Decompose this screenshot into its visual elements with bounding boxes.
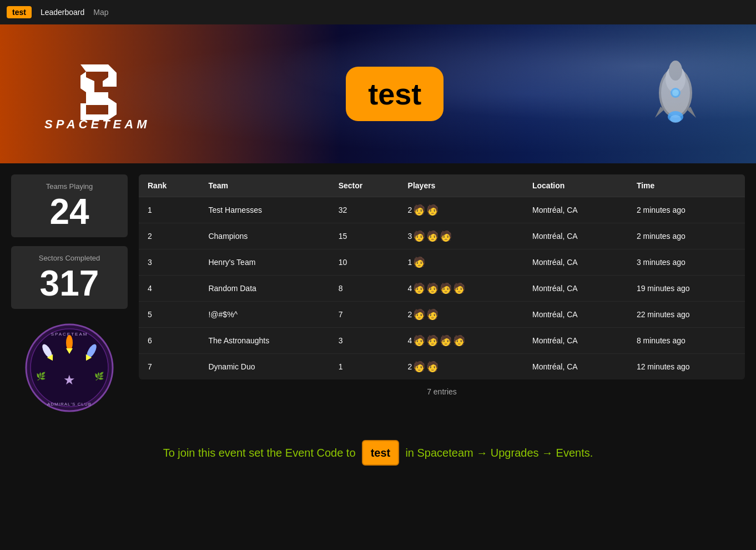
cell-team: !@#$%^ [199, 302, 329, 328]
cell-location: Montréal, CA [523, 302, 628, 328]
sectors-completed-card: Sectors Completed 317 [11, 246, 128, 309]
cell-location: Montréal, CA [523, 223, 628, 249]
cell-players: 2 🧑🧑 [399, 197, 523, 223]
cell-sector: 32 [330, 197, 399, 223]
table-row: 5 !@#$%^ 7 2 🧑🧑 Montréal, CA 22 minutes … [139, 302, 745, 328]
banner: SPACETEAM test [0, 24, 756, 163]
cell-sector: 7 [330, 302, 399, 328]
admiral-badge-svg: SPACETEAM ADMIRAL'S CLUB ★ 🌿 [25, 323, 114, 412]
table-row: 1 Test Harnesses 32 2 🧑🧑 Montréal, CA 2 … [139, 197, 745, 223]
nav-badge[interactable]: test [7, 6, 32, 18]
col-team: Team [199, 174, 329, 197]
sectors-completed-value: 317 [20, 266, 119, 301]
footer: To join this event set the Event Code to… [0, 423, 756, 477]
cell-rank: 7 [139, 354, 199, 380]
footer-text-before: To join this event set the Event Code to [163, 447, 356, 459]
cell-team: Dynamic Duo [199, 354, 329, 380]
cell-location: Montréal, CA [523, 197, 628, 223]
player-icon: 🧑 [413, 230, 425, 242]
cell-sector: 1 [330, 354, 399, 380]
cell-time: 19 minutes ago [628, 276, 745, 302]
nav-map[interactable]: Map [93, 8, 108, 17]
admiral-badge: SPACETEAM ADMIRAL'S CLUB ★ 🌿 [25, 323, 114, 412]
nav-leaderboard[interactable]: Leaderboard [41, 8, 84, 17]
col-players: Players [399, 174, 523, 197]
cell-time: 3 minutes ago [628, 249, 745, 276]
cell-players: 1 🧑 [399, 249, 523, 276]
cell-location: Montréal, CA [523, 276, 628, 302]
svg-text:★: ★ [63, 372, 75, 387]
cell-time: 2 minutes ago [628, 223, 745, 249]
table-header-row: Rank Team Sector Players Location Time [139, 174, 745, 197]
teams-playing-label: Teams Playing [20, 182, 119, 191]
cell-sector: 3 [330, 328, 399, 354]
cell-time: 12 minutes ago [628, 354, 745, 380]
player-icon: 🧑 [426, 308, 439, 321]
player-icon: 🧑 [426, 334, 439, 347]
cell-rank: 6 [139, 328, 199, 354]
table-row: 3 Henry's Team 10 1 🧑 Montréal, CA 3 min… [139, 249, 745, 276]
player-icon: 🧑 [453, 334, 465, 347]
cell-time: 8 minutes ago [628, 328, 745, 354]
cell-rank: 4 [139, 276, 199, 302]
col-location: Location [523, 174, 628, 197]
cell-sector: 8 [330, 276, 399, 302]
sectors-completed-label: Sectors Completed [20, 254, 119, 262]
player-icon: 🧑 [426, 282, 439, 294]
col-sector: Sector [330, 174, 399, 197]
cell-time: 2 minutes ago [628, 197, 745, 223]
svg-text:🌿: 🌿 [94, 372, 104, 381]
player-icon: 🧑 [440, 282, 452, 294]
cell-team: The Astronaughts [199, 328, 329, 354]
svg-text:🌿: 🌿 [36, 372, 46, 381]
cell-time: 22 minutes ago [628, 302, 745, 328]
player-icon: 🧑 [413, 334, 425, 347]
sidebar: Teams Playing 24 Sectors Completed 317 S… [11, 174, 128, 412]
col-time: Time [628, 174, 745, 197]
cell-rank: 2 [139, 223, 199, 249]
spaceteam-logo: SPACETEAM [44, 56, 150, 132]
table-row: 7 Dynamic Duo 1 2 🧑🧑 Montréal, CA 12 min… [139, 354, 745, 380]
logo-svg [53, 56, 142, 123]
banner-event-title: test [346, 67, 443, 121]
player-icon: 🧑 [426, 204, 439, 216]
leaderboard-table: Rank Team Sector Players Location Time 1… [139, 174, 745, 379]
cell-location: Montréal, CA [523, 354, 628, 380]
table-row: 4 Random Data 8 4 🧑🧑🧑🧑 Montréal, CA 19 m… [139, 276, 745, 302]
cell-team: Test Harnesses [199, 197, 329, 223]
cell-rank: 1 [139, 197, 199, 223]
cell-rank: 5 [139, 302, 199, 328]
teams-playing-card: Teams Playing 24 [11, 174, 128, 237]
table-row: 2 Champions 15 3 🧑🧑🧑 Montréal, CA 2 minu… [139, 223, 745, 249]
footer-text: To join this event set the Event Code to… [11, 440, 745, 466]
cell-players: 3 🧑🧑🧑 [399, 223, 523, 249]
cell-players: 4 🧑🧑🧑🧑 [399, 328, 523, 354]
logo-text: SPACETEAM [44, 117, 150, 132]
cell-team: Henry's Team [199, 249, 329, 276]
player-icon: 🧑 [440, 334, 452, 347]
cell-players: 2 🧑🧑 [399, 354, 523, 380]
teams-playing-value: 24 [20, 194, 119, 229]
svg-point-19 [66, 335, 73, 351]
footer-text-after: in Spaceteam → Upgrades → Events. [405, 447, 593, 459]
player-icon: 🧑 [426, 361, 439, 373]
footer-event-code: test [362, 440, 400, 466]
cell-location: Montréal, CA [523, 249, 628, 276]
player-icon: 🧑 [413, 282, 425, 294]
cell-sector: 15 [330, 223, 399, 249]
entries-count: 7 entries [139, 379, 745, 404]
cell-rank: 3 [139, 249, 199, 276]
col-rank: Rank [139, 174, 199, 197]
navbar: test Leaderboard Map [0, 0, 756, 24]
cell-team: Random Data [199, 276, 329, 302]
cell-team: Champions [199, 223, 329, 249]
player-icon: 🧑 [453, 282, 465, 294]
player-icon: 🧑 [413, 308, 425, 321]
cell-sector: 10 [330, 249, 399, 276]
leaderboard-section: Rank Team Sector Players Location Time 1… [139, 174, 745, 412]
main-content: Teams Playing 24 Sectors Completed 317 S… [0, 163, 756, 423]
player-icon: 🧑 [413, 256, 425, 268]
player-icon: 🧑 [413, 361, 425, 373]
player-icon: 🧑 [413, 204, 425, 216]
cell-players: 2 🧑🧑 [399, 302, 523, 328]
